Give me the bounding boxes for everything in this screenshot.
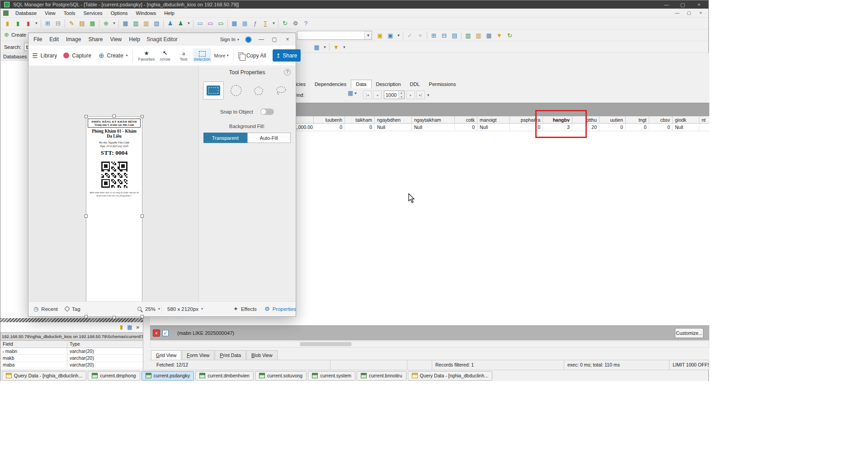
copy-all-button[interactable]: Copy All: [238, 52, 266, 59]
filter-icon[interactable]: ▼: [331, 42, 341, 52]
spin-up-icon[interactable]: ▲: [399, 91, 404, 95]
data-cell[interactable]: 0: [345, 124, 375, 131]
snagit-minimize-icon[interactable]: —: [258, 36, 265, 43]
snagit-close-icon[interactable]: ×: [284, 36, 291, 43]
field-row[interactable]: makb varchar(20): [0, 355, 143, 362]
mdi-minimize-icon[interactable]: —: [674, 10, 680, 15]
data-cell[interactable]: Null: [412, 124, 455, 131]
autofill-button[interactable]: Auto-Fill: [247, 133, 291, 143]
effects-button[interactable]: ✦ Effects: [233, 302, 257, 316]
menu-item[interactable]: View: [41, 10, 60, 17]
security-dropdown-icon[interactable]: ▾: [186, 19, 192, 29]
options-icon[interactable]: ⚙: [290, 19, 301, 29]
filter-grid-icon[interactable]: ▼: [494, 30, 505, 40]
delete-record-icon[interactable]: ⊟: [439, 30, 449, 40]
export-data-icon[interactable]: ▥: [131, 19, 141, 29]
column-header-cell[interactable]: ngaytaikham: [412, 116, 455, 123]
data-cell[interactable]: Null: [375, 124, 412, 131]
next-page-button[interactable]: ▸: [406, 91, 415, 99]
snap-toggle[interactable]: [260, 109, 274, 115]
object-combo[interactable]: ▾: [297, 31, 372, 40]
view-tab[interactable]: Blob View: [246, 350, 278, 360]
help-icon[interactable]: ?: [301, 19, 311, 29]
filter-expression[interactable]: (mabn LIKE 2025000047): [177, 330, 234, 336]
snagit-menu-item[interactable]: Edit: [46, 34, 62, 45]
column-header-cell[interactable]: cotk: [455, 116, 477, 123]
refresh-icon[interactable]: ↻: [280, 19, 290, 29]
mdi-close-icon[interactable]: ×: [698, 10, 704, 15]
snagit-menu-item[interactable]: Image: [62, 34, 85, 45]
taskbar-tab[interactable]: Query Data - [nghia_dbduclinh...: [2, 371, 86, 381]
close-icon[interactable]: ×: [695, 2, 703, 8]
lasso-selection-button[interactable]: [271, 81, 292, 100]
customize-filter-button[interactable]: Customize...: [675, 328, 703, 338]
capture-button[interactable]: Capture: [63, 52, 91, 59]
spin-down-icon[interactable]: ▼: [399, 95, 404, 99]
db-monitor-icon[interactable]: ▭: [195, 19, 205, 29]
column-header-cell[interactable]: nt: [699, 116, 709, 123]
snagit-menu-item[interactable]: File: [30, 34, 46, 45]
menu-item[interactable]: Options: [107, 10, 132, 17]
sql-editor-icon[interactable]: ✎: [66, 19, 77, 29]
polygon-selection-button[interactable]: [248, 81, 269, 100]
chevron-down-icon[interactable]: ▾: [427, 93, 429, 97]
data-cell[interactable]: Null: [477, 124, 510, 131]
data-cell[interactable]: Null: [673, 124, 699, 131]
zoom-control[interactable]: 25% ▾: [137, 302, 160, 316]
library-button[interactable]: ☰ Library: [32, 52, 57, 59]
pane-splitter[interactable]: [0, 318, 143, 322]
last-page-button[interactable]: ▸|: [416, 91, 425, 99]
new-item-icon[interactable]: ▣: [375, 30, 385, 40]
selection-handle[interactable]: [141, 315, 144, 318]
disconnect-database-icon[interactable]: ⊟: [53, 19, 63, 29]
taskbar-tab[interactable]: current.dmbenhvien: [195, 371, 254, 381]
sign-in-button[interactable]: Sign In ▾: [220, 37, 239, 42]
unregister-database-icon[interactable]: ▮: [23, 19, 33, 29]
horizontal-scrollbar[interactable]: [150, 341, 709, 348]
create-sequence-icon[interactable]: ∑: [260, 19, 271, 29]
data-cell[interactable]: 0: [649, 124, 673, 131]
selection-tool[interactable]: Selection: [193, 48, 212, 62]
register-host-icon[interactable]: ▮: [2, 19, 13, 29]
selection-handle[interactable]: [113, 114, 116, 118]
grant-manager-icon[interactable]: ♟: [175, 19, 186, 29]
sql-monitor-icon[interactable]: ▭: [205, 19, 216, 29]
item-dropdown-icon[interactable]: ▾: [396, 30, 401, 40]
editor-tab[interactable]: Permissions: [425, 80, 461, 88]
maximize-icon[interactable]: ▢: [679, 2, 687, 8]
selection-handle[interactable]: [85, 115, 88, 118]
extract-database-icon[interactable]: ▧: [151, 19, 162, 29]
create-menu-button[interactable]: ⊕ Create ▾: [99, 52, 128, 59]
user-manager-icon[interactable]: ♟: [165, 19, 175, 29]
data-cell[interactable]: 0: [314, 124, 345, 131]
selection-handle[interactable]: [85, 214, 88, 218]
view-tab[interactable]: Form View: [182, 350, 214, 360]
rectangle-selection-button[interactable]: [203, 81, 224, 100]
menu-item[interactable]: Tools: [60, 10, 80, 17]
type-column-header[interactable]: Type: [67, 341, 143, 348]
import-grid-icon[interactable]: ▥: [473, 30, 484, 40]
post-edit-icon[interactable]: ✓: [405, 30, 415, 40]
mdi-restore-icon[interactable]: ▢: [686, 10, 692, 15]
field-row[interactable]: mabn varchar(20): [0, 348, 143, 355]
tag-button[interactable]: Tag: [65, 302, 80, 316]
refresh-grid-icon[interactable]: ↻: [505, 30, 515, 40]
edit-record-icon[interactable]: ▤: [449, 30, 460, 40]
menu-item[interactable]: Database: [11, 10, 41, 17]
column-header-cell[interactable]: tngt: [626, 116, 649, 123]
selection-handle[interactable]: [141, 115, 144, 118]
find-options-button[interactable]: ▦ ▾: [348, 90, 357, 96]
recent-button[interactable]: ◷ Recent: [33, 302, 58, 316]
taskbar-tab[interactable]: Query Data - [nghia_dbduclinh...: [408, 371, 492, 381]
data-cell[interactable]: [699, 124, 709, 131]
column-header-cell[interactable]: giodk: [673, 116, 699, 123]
column-header-cell[interactable]: manoigt: [477, 116, 510, 123]
export-grid-icon[interactable]: ▥: [463, 30, 473, 40]
print-grid-icon[interactable]: ▦: [484, 30, 494, 40]
editor-tab[interactable]: Description: [372, 80, 406, 88]
view-tab[interactable]: Print Data: [215, 350, 246, 360]
properties-button[interactable]: ⚙ Properties: [264, 302, 296, 316]
taskbar-tab[interactable]: current.system: [308, 371, 355, 381]
scrollbar-thumb[interactable]: [300, 342, 352, 346]
data-cell[interactable]: 0: [626, 124, 649, 131]
